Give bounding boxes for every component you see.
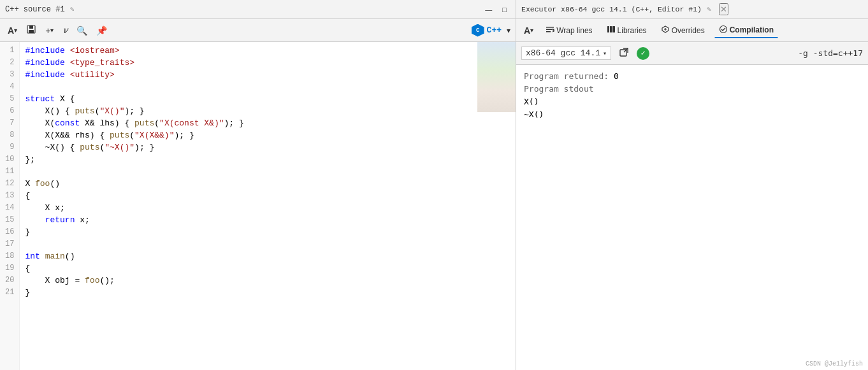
minimize-button[interactable]: — (481, 4, 496, 15)
wrap-lines-button[interactable]: Wrap lines (541, 23, 597, 38)
restore-button[interactable]: □ (498, 4, 510, 15)
executor-toolbar: A▾ Wrap lines Libraries (516, 19, 868, 42)
editor-tab-bar: C++ source #1 ✎ — □ (0, 0, 516, 19)
libraries-label: Libraries (618, 26, 647, 35)
executor-tab-label: Executor x86-64 gcc 14.1 (C++, Editor #1… (521, 5, 702, 13)
program-returned-line: Program returned: 0 (524, 70, 860, 83)
add-icon: + (45, 25, 50, 36)
executor-font-button[interactable]: A▾ (521, 24, 536, 37)
cpp-label: C++ (487, 25, 502, 35)
editor-tab-label: C++ source #1 (5, 5, 65, 14)
overrides-icon (661, 25, 670, 36)
compiler-select[interactable]: x86-64 gcc 14.1 ▾ (521, 46, 611, 60)
line-numbers: 1234 5678 9101112 13141516 17181920 21 (0, 42, 20, 370)
libraries-button[interactable]: Libraries (602, 23, 651, 38)
svg-rect-6 (607, 26, 609, 32)
svg-rect-5 (546, 31, 551, 32)
overrides-label: Overrides (672, 26, 705, 35)
executor-tab-bar: Executor x86-64 gcc 14.1 (C++, Editor #1… (516, 0, 868, 19)
executor-output: Program returned: 0 Program stdout X() ~… (516, 65, 868, 370)
svg-rect-3 (546, 27, 554, 28)
cpp-badge: C C++ ▾ (472, 24, 510, 37)
executor-font-arrow: ▾ (530, 27, 533, 34)
compiler-name: x86-64 gcc 14.1 (526, 48, 600, 58)
editor-tab-edit-icon[interactable]: ✎ (70, 5, 75, 13)
code-editor[interactable]: #include <iostream> #include <type_trait… (20, 42, 516, 370)
search-button[interactable]: 🔍 (74, 24, 90, 37)
compilation-icon (719, 25, 728, 36)
executor-edit-icon[interactable]: ✎ (707, 5, 711, 13)
compiler-row: x86-64 gcc 14.1 ▾ ✓ -g -std=c++17 (516, 42, 868, 65)
font-dropdown-arrow: ▾ (14, 27, 17, 34)
svg-rect-7 (610, 26, 612, 32)
overrides-button[interactable]: Overrides (656, 23, 709, 38)
watermark-text: CSDN @Je1lyfish (806, 360, 863, 367)
add-dropdown-arrow: ▾ (50, 27, 54, 34)
svg-rect-8 (612, 26, 615, 32)
font-button[interactable]: A▾ (5, 24, 20, 37)
svg-rect-1 (29, 25, 33, 29)
compilation-label: Compilation (730, 25, 774, 34)
editor-content[interactable]: 1234 5678 9101112 13141516 17181920 21 #… (0, 42, 516, 370)
open-external-button[interactable] (616, 46, 632, 60)
save-icon (26, 24, 36, 36)
stdout-line-2: ~X() (524, 108, 860, 121)
executor-close-button[interactable]: ✕ (719, 3, 728, 15)
pin-icon: 📌 (96, 25, 107, 36)
add-button[interactable]: +▾ (43, 24, 56, 37)
wrap-lines-icon (546, 25, 554, 36)
libraries-icon (607, 25, 616, 36)
compilation-button[interactable]: Compilation (714, 23, 778, 38)
editor-panel: C++ source #1 ✎ — □ A▾ +▾ 𝑣 (0, 0, 516, 370)
svg-rect-2 (29, 30, 34, 33)
compiler-dropdown-arrow: ▾ (603, 50, 607, 57)
stdout-line-1: X() (524, 96, 860, 108)
cpp-dropdown-button[interactable]: ▾ (507, 26, 510, 35)
svg-point-9 (720, 25, 727, 32)
external-link-icon (619, 49, 629, 59)
cpp-hexagon-icon: C (472, 24, 484, 37)
program-returned-value: 0 (614, 71, 619, 81)
v-button[interactable]: 𝑣 (60, 24, 70, 37)
success-indicator: ✓ (637, 47, 649, 60)
svg-rect-4 (546, 29, 553, 31)
program-stdout-label: Program stdout (524, 83, 860, 96)
editor-toolbar: A▾ +▾ 𝑣 🔍 📌 C C++ ▾ (0, 19, 516, 42)
program-returned-label: Program returned: (524, 71, 609, 81)
executor-font-icon: A (524, 25, 530, 36)
wrap-lines-label: Wrap lines (556, 26, 592, 35)
pin-button[interactable]: 📌 (94, 24, 110, 37)
font-icon: A (8, 25, 14, 36)
editor-window-controls: — □ (481, 4, 510, 15)
save-button[interactable] (24, 23, 39, 38)
compile-flags: -g -std=c++17 (798, 48, 863, 58)
search-icon: 🔍 (76, 25, 87, 36)
v-icon: 𝑣 (62, 25, 68, 36)
executor-panel: Executor x86-64 gcc 14.1 (C++, Editor #1… (516, 0, 868, 370)
